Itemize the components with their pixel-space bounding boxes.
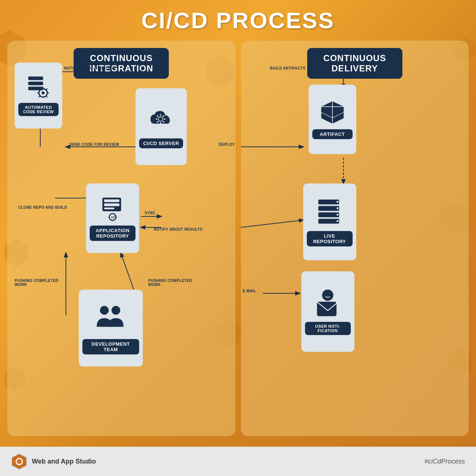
code-review-label: AUTOMATED CODE REVIEW (18, 103, 59, 116)
svg-point-66 (336, 213, 338, 215)
page-title: CI/CD PROCESS (7, 7, 469, 33)
svg-rect-61 (318, 206, 339, 211)
svg-rect-60 (318, 200, 339, 204)
svg-line-37 (163, 122, 164, 123)
cicd-server-label: CI/CD SERVER (139, 138, 183, 148)
panels-container: CONTINUOUS INTEGRATION (7, 41, 469, 436)
svg-text:</>: </> (113, 323, 117, 327)
live-repo-node: LIVE REPOSITORY (303, 183, 356, 260)
app-repo-node: </> APPLICATION REPOSITORY (86, 183, 139, 253)
notify-results-top-label: NOTIFY ABOUT RESULTS (64, 66, 113, 70)
code-review-icon (27, 75, 51, 101)
svg-rect-43 (104, 207, 114, 209)
app-repo-label: APPLICATION REPOSITORY (90, 226, 135, 241)
clone-repo-label: CLONE REPO AND BUILD (18, 205, 67, 209)
svg-point-67 (336, 220, 338, 222)
right-panel: CONTINUOUS DELIVERY (241, 41, 469, 436)
user-notification-label: USER NOTI- FICATION (305, 322, 351, 335)
user-notification-node: USER NOTI- FICATION (301, 271, 354, 352)
svg-rect-41 (104, 199, 119, 202)
app-repo-icon: </> (101, 196, 124, 224)
svg-point-65 (336, 207, 338, 209)
send-code-label: SEND CODE FOR REVIEW (70, 142, 119, 146)
svg-line-29 (38, 96, 39, 97)
diagram-area: CI/CD PROCESS CONTINUOUS INTEGRATION (0, 0, 476, 447)
svg-line-27 (47, 96, 47, 97)
footer-logo-text: Web and App Studio (32, 458, 96, 465)
logo-icon (11, 453, 27, 470)
pushing-right-label: PUSHING COMPLETED WORK (148, 279, 192, 287)
live-repo-icon (317, 198, 342, 229)
cicd-server-node: CI/CD SERVER (135, 88, 187, 165)
svg-point-64 (336, 201, 338, 202)
main-container: CI/CD PROCESS CONTINUOUS INTEGRATION (0, 0, 476, 476)
left-panel: CONTINUOUS INTEGRATION (7, 41, 235, 436)
svg-line-39 (157, 122, 158, 123)
svg-rect-62 (318, 212, 339, 217)
svg-point-70 (329, 293, 331, 295)
svg-rect-42 (104, 203, 119, 206)
live-repo-label: LIVE REPOSITORY (307, 231, 353, 246)
cicd-server-icon (148, 105, 175, 137)
svg-line-36 (157, 116, 158, 117)
notify-results-bottom-label: NOTIFY ABOUT RESULTS (154, 227, 202, 231)
right-panel-header: CONTINUOUS DELIVERY (307, 48, 402, 79)
build-artifacts-label: BUILD ARTIFACTS (270, 66, 306, 70)
footer-logo: Web and App Studio (11, 453, 96, 470)
svg-rect-17 (28, 77, 43, 80)
svg-rect-18 (28, 82, 43, 85)
svg-point-48 (112, 306, 120, 314)
deploy-label: DEPLOY (219, 142, 235, 146)
svg-line-54 (241, 220, 303, 227)
svg-point-69 (325, 293, 327, 295)
automated-code-review-node: AUTOMATED CODE REVIEW (15, 63, 62, 129)
svg-point-31 (159, 118, 162, 120)
svg-line-38 (163, 116, 164, 117)
dev-team-node: </> </> DEVELOPMENT TEAM (79, 290, 143, 367)
dev-team-label: DEVELOPMENT TEAM (82, 339, 139, 354)
dev-team-icon: </> </> (94, 302, 127, 337)
pushing-left-label: PUSHING COMPLETED WORK (15, 279, 59, 287)
svg-text:</>: </> (101, 323, 105, 327)
svg-point-68 (323, 290, 333, 300)
email-label: E-MAIL (243, 289, 256, 293)
svg-point-46 (100, 306, 108, 314)
svg-point-74 (17, 459, 22, 464)
left-panel-header: CONTINUOUS INTEGRATION (74, 48, 169, 79)
svg-line-28 (47, 89, 47, 89)
artifact-node: ARTIFACT (309, 85, 356, 154)
sync-label: SYNC (145, 211, 156, 215)
artifact-icon (320, 100, 345, 127)
user-notification-icon (315, 289, 341, 320)
footer: Web and App Studio #ciCdProcess (0, 447, 476, 476)
svg-text:</>: </> (111, 215, 117, 219)
svg-point-21 (41, 92, 44, 94)
svg-line-26 (38, 89, 39, 89)
svg-rect-63 (318, 219, 339, 223)
artifact-label: ARTIFACT (312, 129, 353, 139)
footer-hashtag: #ciCdProcess (424, 458, 465, 465)
